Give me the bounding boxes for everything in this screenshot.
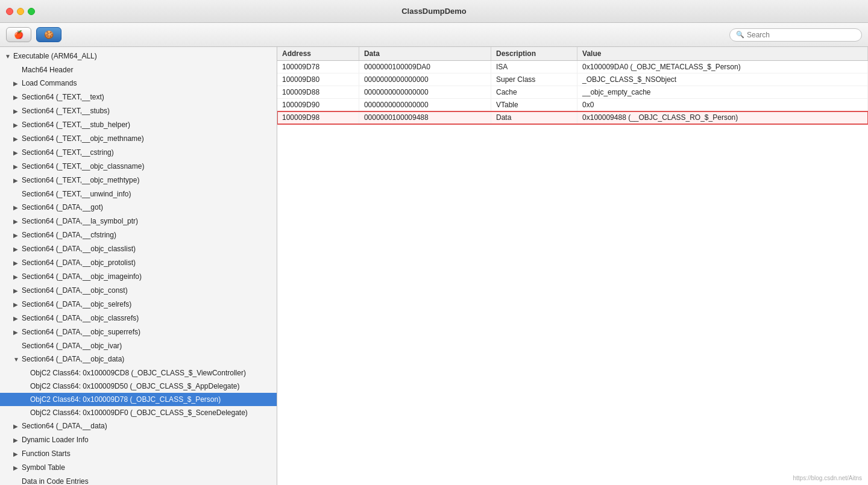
search-input[interactable] bbox=[747, 31, 855, 39]
sidebar-item-symbol-table[interactable]: ▶ Symbol Table bbox=[0, 461, 277, 475]
sidebar-item-section64-data-objc-classrefs[interactable]: ▶ Section64 (_DATA,__objc_classrefs) bbox=[0, 311, 277, 325]
sidebar-item-objc2-person[interactable]: ObjC2 Class64: 0x100009D78 (_OBJC_CLASS_… bbox=[0, 393, 277, 406]
cell-address: 100009D90 bbox=[277, 99, 359, 111]
sidebar-item-label: Executable (ARM64_ALL) bbox=[13, 52, 97, 60]
maximize-button[interactable] bbox=[28, 8, 35, 15]
sidebar-item-label: Section64 (_TEXT,__objc_methtype) bbox=[22, 176, 139, 184]
cell-data: 0000000000000000 bbox=[359, 74, 491, 86]
table-row[interactable]: 100009D980000000100009488Data0x100009488… bbox=[277, 111, 868, 124]
cell-data: 0000000100009488 bbox=[359, 111, 491, 124]
sidebar-item-section64-text-objc-methname[interactable]: ▶ Section64 (_TEXT,__objc_methname) bbox=[0, 132, 277, 146]
cell-description: Data bbox=[491, 111, 577, 124]
sidebar-item-section64-data-data[interactable]: ▶ Section64 (_DATA,__data) bbox=[0, 419, 277, 433]
sidebar-item-objc2-viewcontroller[interactable]: ObjC2 Class64: 0x100009CD8 (_OBJC_CLASS_… bbox=[0, 366, 277, 380]
arrow-icon: ▶ bbox=[13, 435, 22, 446]
sidebar-item-section64-text-unwind-info[interactable]: Section64 (_TEXT,__unwind_info) bbox=[0, 187, 277, 201]
sidebar-item-section64-data-objc-data[interactable]: ▼ Section64 (_DATA,__objc_data) bbox=[0, 352, 277, 366]
sidebar-item-objc2-scenedelegate[interactable]: ObjC2 Class64: 0x100009DF0 (_OBJC_CLASS_… bbox=[0, 406, 277, 419]
cookie-icon: 🍪 bbox=[44, 30, 54, 39]
table-row[interactable]: 100009D800000000000000000Super Class_OBJ… bbox=[277, 74, 868, 86]
sidebar-item-label: Section64 (_TEXT,__objc_methname) bbox=[22, 134, 144, 143]
sidebar-item-section64-text-text[interactable]: ▶ Section64 (_TEXT,__text) bbox=[0, 90, 277, 104]
cell-value: 0x0 bbox=[577, 99, 868, 111]
arrow-icon: ▶ bbox=[13, 216, 22, 227]
sidebar-item-section64-data-la-symbol-ptr[interactable]: ▶ Section64 (_DATA,__la_symbol_ptr) bbox=[0, 214, 277, 228]
titlebar: ClassDumpDemo bbox=[0, 0, 868, 23]
arrow-icon: ▶ bbox=[13, 244, 22, 255]
apple-icon: 🍎 bbox=[14, 30, 24, 39]
cell-description: ISA bbox=[491, 61, 577, 74]
sidebar-item-section64-text-cstring[interactable]: ▶ Section64 (_TEXT,__cstring) bbox=[0, 146, 277, 160]
toolbar-btn-2[interactable]: 🍪 bbox=[36, 27, 61, 42]
detail-panel: AddressDataDescriptionValue 100009D78000… bbox=[277, 47, 868, 485]
arrow-icon: ▶ bbox=[13, 78, 22, 89]
sidebar-item-section64-text-objc-methtype[interactable]: ▶ Section64 (_TEXT,__objc_methtype) bbox=[0, 174, 277, 187]
window-title: ClassDumpDemo bbox=[401, 7, 467, 16]
sidebar-item-section64-text-stub-helper[interactable]: ▶ Section64 (_TEXT,__stub_helper) bbox=[0, 118, 277, 132]
arrow-icon: ▶ bbox=[13, 286, 22, 296]
sidebar-item-objc2-appdelegate[interactable]: ObjC2 Class64: 0x100009D50 (_OBJC_CLASS_… bbox=[0, 380, 277, 393]
sidebar: ▼ Executable (ARM64_ALL)Mach64 Header▶ L… bbox=[0, 47, 277, 485]
cell-address: 100009D98 bbox=[277, 111, 359, 124]
arrow-icon: ▶ bbox=[13, 327, 22, 338]
cell-data: 0000000000000000 bbox=[359, 99, 491, 111]
cell-description: Super Class bbox=[491, 74, 577, 86]
sidebar-item-label: Mach64 Header bbox=[22, 66, 73, 74]
arrow-icon: ▶ bbox=[13, 134, 22, 145]
arrow-icon: ▶ bbox=[13, 230, 22, 241]
sidebar-item-section64-data-objc-const[interactable]: ▶ Section64 (_DATA,__objc_const) bbox=[0, 284, 277, 298]
cell-description: VTable bbox=[491, 99, 577, 111]
sidebar-item-dynamic-loader-info[interactable]: ▶ Dynamic Loader Info bbox=[0, 433, 277, 447]
arrow-icon: ▶ bbox=[13, 463, 22, 474]
sidebar-item-label: Section64 (_DATA,__got) bbox=[22, 203, 103, 211]
arrow-icon: ▶ bbox=[13, 299, 22, 310]
sidebar-item-section64-data-objc-ivar[interactable]: Section64 (_DATA,__objc_ivar) bbox=[0, 339, 277, 352]
sidebar-item-label: ObjC2 Class64: 0x100009D78 (_OBJC_CLASS_… bbox=[30, 395, 221, 404]
sidebar-item-section64-data-got[interactable]: ▶ Section64 (_DATA,__got) bbox=[0, 201, 277, 214]
sidebar-item-label: Section64 (_DATA,__objc_superrefs) bbox=[22, 328, 140, 336]
sidebar-item-section64-text-objc-classname[interactable]: ▶ Section64 (_TEXT,__objc_classname) bbox=[0, 160, 277, 174]
sidebar-item-section64-data-objc-superrefs[interactable]: ▶ Section64 (_DATA,__objc_superrefs) bbox=[0, 325, 277, 339]
sidebar-item-label: Section64 (_DATA,__cfstring) bbox=[22, 231, 116, 239]
sidebar-item-executable[interactable]: ▼ Executable (ARM64_ALL) bbox=[0, 49, 277, 63]
traffic-lights bbox=[6, 8, 35, 15]
sidebar-item-data-in-code-entries[interactable]: Data in Code Entries bbox=[0, 475, 277, 485]
sidebar-item-load-commands[interactable]: ▶ Load Commands bbox=[0, 77, 277, 90]
arrow-icon: ▶ bbox=[13, 161, 22, 172]
sidebar-item-mach64-header[interactable]: Mach64 Header bbox=[0, 63, 277, 77]
sidebar-item-label: Section64 (_DATA,__objc_imageinfo) bbox=[22, 272, 142, 281]
sidebar-item-section64-data-objc-protolist[interactable]: ▶ Section64 (_DATA,__objc_protolist) bbox=[0, 256, 277, 270]
arrow-icon: ▶ bbox=[13, 258, 22, 269]
sidebar-item-section64-text-stubs[interactable]: ▶ Section64 (_TEXT,__stubs) bbox=[0, 104, 277, 118]
table-row[interactable]: 100009D900000000000000000VTable0x0 bbox=[277, 99, 868, 111]
cell-value: _OBJC_CLASS_$_NSObject bbox=[577, 74, 868, 86]
search-bar: 🔍 bbox=[729, 28, 862, 42]
sidebar-item-label: Section64 (_TEXT,__stub_helper) bbox=[22, 120, 130, 129]
sidebar-item-section64-data-objc-imageinfo[interactable]: ▶ Section64 (_DATA,__objc_imageinfo) bbox=[0, 270, 277, 284]
arrow-icon: ▼ bbox=[5, 51, 13, 62]
sidebar-item-section64-data-objc-selrefs[interactable]: ▶ Section64 (_DATA,__objc_selrefs) bbox=[0, 298, 277, 311]
sidebar-item-label: Section64 (_TEXT,__text) bbox=[22, 93, 104, 101]
main-content: ▼ Executable (ARM64_ALL)Mach64 Header▶ L… bbox=[0, 47, 868, 485]
table-row[interactable]: 100009D780000000100009DA0ISA0x100009DA0 … bbox=[277, 61, 868, 74]
sidebar-item-label: Load Commands bbox=[22, 79, 77, 87]
close-button[interactable] bbox=[6, 8, 13, 15]
sidebar-item-label: Symbol Table bbox=[22, 463, 65, 472]
sidebar-item-section64-data-cfstring[interactable]: ▶ Section64 (_DATA,__cfstring) bbox=[0, 228, 277, 242]
sidebar-item-function-starts[interactable]: ▶ Function Starts bbox=[0, 447, 277, 461]
arrow-icon: ▶ bbox=[13, 421, 22, 432]
detail-table: AddressDataDescriptionValue 100009D78000… bbox=[277, 47, 868, 124]
sidebar-item-label: Section64 (_TEXT,__cstring) bbox=[22, 148, 114, 157]
sidebar-item-label: Section64 (_DATA,__la_symbol_ptr) bbox=[22, 217, 138, 225]
sidebar-item-label: Data in Code Entries bbox=[22, 477, 89, 485]
column-header-data: Data bbox=[359, 47, 491, 61]
table-row[interactable]: 100009D880000000000000000Cache__objc_emp… bbox=[277, 86, 868, 99]
sidebar-item-label: ObjC2 Class64: 0x100009D50 (_OBJC_CLASS_… bbox=[30, 382, 240, 390]
arrow-icon: ▶ bbox=[13, 148, 22, 158]
minimize-button[interactable] bbox=[17, 8, 24, 15]
sidebar-item-label: Section64 (_DATA,__data) bbox=[22, 422, 107, 430]
sidebar-item-section64-data-objc-classlist[interactable]: ▶ Section64 (_DATA,__objc_classlist) bbox=[0, 242, 277, 256]
cell-address: 100009D78 bbox=[277, 61, 359, 74]
toolbar-btn-1[interactable]: 🍎 bbox=[6, 27, 31, 42]
sidebar-item-label: Section64 (_DATA,__objc_ivar) bbox=[22, 342, 122, 350]
